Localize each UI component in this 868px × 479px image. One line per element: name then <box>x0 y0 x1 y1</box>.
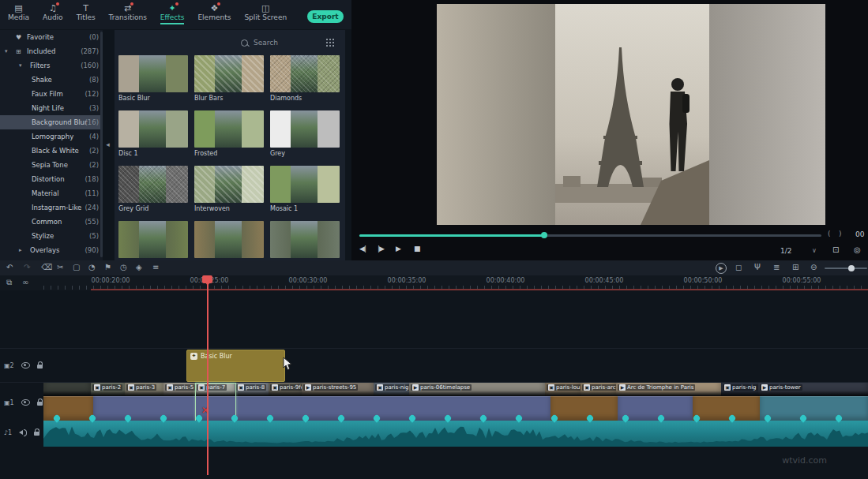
clip-paris-8[interactable]: ▣paris-8 <box>235 383 269 396</box>
sidebar-item-night-life[interactable]: Night Life(3) <box>0 101 103 115</box>
keyframe-icon[interactable]: ◈ <box>136 262 142 273</box>
sidebar-item-overlays[interactable]: ▸Overlays(90) <box>0 243 103 257</box>
effect-diamonds[interactable]: Diamonds <box>270 55 340 103</box>
sidebar-item-favorite[interactable]: ♥Favorite(0) <box>0 30 103 44</box>
tab-transitions[interactable]: ⇄Transitions <box>106 2 150 24</box>
clip-paris-3[interactable]: ▣paris-3 <box>125 383 164 396</box>
clip-body-segment[interactable] <box>693 396 760 421</box>
chevron-down-icon[interactable]: ▾ <box>19 62 22 69</box>
mark-out-icon[interactable]: ) <box>839 230 842 238</box>
delete-icon[interactable]: ⌫ <box>41 262 52 273</box>
previous-frame-button[interactable]: ◀| <box>359 245 366 253</box>
export-button[interactable]: Export <box>307 10 344 23</box>
clip-paris-streets-95[interactable]: ▶paris-streets-95 <box>302 383 374 396</box>
sidebar-item-stylize[interactable]: Stylize(5) <box>0 229 103 243</box>
video-preview-frame[interactable] <box>351 0 868 225</box>
marker-icon[interactable]: ⚑ <box>104 262 111 273</box>
timeline-zoom-slider[interactable] <box>825 268 867 269</box>
duplicate-icon[interactable]: ⧉ <box>6 278 12 287</box>
tab-split-screen[interactable]: ◫Split Screen <box>241 2 290 24</box>
effect-clip-basic-blur[interactable]: ✦ Basic Blur <box>186 350 285 382</box>
speaker-icon[interactable] <box>19 429 27 436</box>
effect-basic-blur[interactable]: Basic Blur <box>118 55 188 103</box>
lock-icon[interactable] <box>34 432 39 436</box>
chevron-down-icon[interactable]: ∨ <box>812 247 817 254</box>
tab-titles[interactable]: TTitles <box>73 2 99 24</box>
color-icon[interactable]: ◔ <box>88 262 96 273</box>
clip-paris-arc[interactable]: ▣paris-arc <box>581 383 617 396</box>
sidebar-item-instagram-like[interactable]: Instagram-Like(24) <box>0 200 103 215</box>
sidebar-item-faux-film[interactable]: Faux Film(12) <box>0 87 103 101</box>
timeline-ruler[interactable]: ⧉∞00:00:20:0000:00:25:0000:00:30:0000:00… <box>0 275 868 290</box>
effect-partial-3[interactable] <box>270 221 340 260</box>
tab-elements[interactable]: ❖Elements <box>194 2 234 24</box>
clip-arc-de-triomphe-in-paris[interactable]: ▶Arc de Triomphe in Paris <box>616 383 722 396</box>
display-device-icon[interactable]: ⊡ <box>832 245 839 254</box>
lock-icon[interactable] <box>37 402 43 406</box>
sidebar-item-common[interactable]: Common(55) <box>0 215 103 229</box>
adjust-icon[interactable]: ≡ <box>152 262 159 273</box>
clip-paris-7[interactable]: ▣paris-7 <box>195 383 235 396</box>
zoom-slider-handle[interactable] <box>848 265 855 271</box>
search-input[interactable] <box>252 38 306 47</box>
playhead-handle[interactable] <box>202 275 212 283</box>
split-scissors-icon[interactable]: ✂ <box>57 262 63 273</box>
clip-paris-tower[interactable]: ▶paris-tower <box>758 383 868 396</box>
sidebar-item-shake[interactable]: Shake(8) <box>0 73 103 87</box>
clip-paris-2[interactable]: ▣paris-2 <box>91 383 126 396</box>
tab-effects[interactable]: ✦Effects <box>157 2 188 24</box>
redo-icon[interactable]: ↷ <box>24 262 30 273</box>
stop-button[interactable]: ■ <box>414 245 420 253</box>
chevron-right-icon[interactable]: ▸ <box>19 247 22 253</box>
crop-icon[interactable]: ▢ <box>73 262 80 273</box>
chevron-down-icon[interactable]: ▾ <box>5 48 8 54</box>
link-icon[interactable]: ∞ <box>22 278 28 286</box>
clip-paris-nig[interactable]: ▣paris-nig <box>721 383 759 396</box>
clip-untitled[interactable] <box>43 383 92 396</box>
effect-grey[interactable]: Grey <box>270 110 340 159</box>
seek-handle[interactable] <box>541 232 547 238</box>
sidebar-item-included[interactable]: ▾⊞Included(287) <box>0 44 103 58</box>
search-box[interactable] <box>241 36 309 49</box>
audio-track-clip[interactable] <box>43 421 868 447</box>
clip-paris-nig[interactable]: ▣paris-nig <box>374 383 410 396</box>
undo-icon[interactable]: ↶ <box>6 262 13 273</box>
play-button[interactable]: ▶ <box>396 245 400 253</box>
clip-paris-9fc[interactable]: ▣paris-9fc <box>269 383 302 396</box>
clip-body-segment[interactable] <box>760 396 868 421</box>
snapshot-camera-icon[interactable]: ◎ <box>854 245 861 254</box>
playback-quality-dropdown[interactable]: 1/2 <box>780 247 791 255</box>
visibility-eye-icon[interactable] <box>21 399 30 406</box>
zoom-out-icon[interactable]: ⊖ <box>810 262 817 273</box>
grid-view-icon[interactable] <box>326 39 334 47</box>
fit-timeline-icon[interactable]: ⊞ <box>792 262 798 273</box>
mark-in-icon[interactable]: ( <box>828 230 831 238</box>
mixer-icon[interactable]: ≣ <box>773 262 780 273</box>
clip-paris-5[interactable]: ▣paris-5 <box>163 383 196 396</box>
sidebar-item-material[interactable]: Material(11) <box>0 186 103 200</box>
render-preview-icon[interactable]: ▶ <box>716 263 727 274</box>
tab-media[interactable]: ▤Media <box>5 2 32 24</box>
tab-audio[interactable]: ♫Audio <box>39 2 66 24</box>
effect-grey-grid[interactable]: Grey Grid <box>118 166 188 214</box>
speed-clock-icon[interactable]: ◷ <box>120 262 127 273</box>
effect-frosted[interactable]: Frosted <box>194 110 264 159</box>
next-frame-button[interactable]: |▶ <box>378 245 384 253</box>
sidebar-item-background-blur[interactable]: Background Blur(16) <box>0 115 103 129</box>
microphone-icon[interactable]: Ψ <box>754 262 761 273</box>
clip-paris-lou[interactable]: ▣paris-lou <box>545 383 581 396</box>
sidebar-item-filters[interactable]: ▾Filters(160) <box>0 58 103 73</box>
effect-mosaic-1[interactable]: Mosaic 1 <box>270 166 340 214</box>
sidebar-item-lomography[interactable]: Lomography(4) <box>0 129 103 144</box>
visibility-eye-icon[interactable] <box>21 362 30 369</box>
lock-icon[interactable] <box>37 365 43 369</box>
clip-paris-06timelapse[interactable]: ▶paris-06timelapse <box>409 383 546 396</box>
clip-body-segment[interactable] <box>550 396 618 421</box>
sidebar-scrollbar[interactable] <box>100 32 103 257</box>
effect-interwoven[interactable]: Interwoven <box>194 166 264 214</box>
effect-partial-2[interactable] <box>194 221 264 260</box>
shield-icon[interactable]: ◻ <box>735 262 742 273</box>
sidebar-item-distortion[interactable]: Distortion(18) <box>0 172 103 186</box>
sidebar-item-sepia-tone[interactable]: Sepia Tone(2) <box>0 158 103 172</box>
clip-body-segment[interactable] <box>43 396 93 421</box>
